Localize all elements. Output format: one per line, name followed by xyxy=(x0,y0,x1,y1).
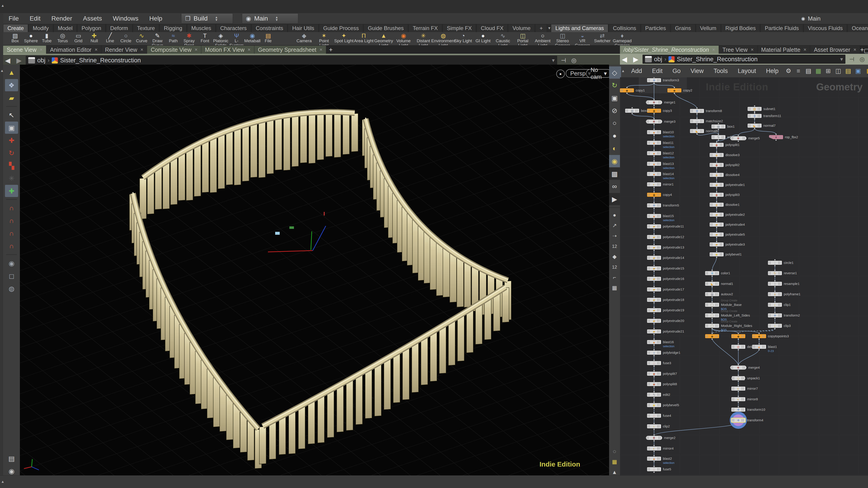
node-connector-dot[interactable] xyxy=(716,157,717,158)
node-connector-dot[interactable] xyxy=(774,318,775,319)
node-transform8[interactable]: ✚ xyxy=(690,109,704,113)
close-icon[interactable]: × xyxy=(40,47,43,53)
shelf-tab-collisions[interactable]: Collisions xyxy=(609,24,641,32)
node-transform2[interactable]: ✚ xyxy=(768,313,782,317)
node-polyframe1[interactable]: ∧ xyxy=(768,292,782,296)
node-connector-dot[interactable] xyxy=(758,333,760,334)
node-connector-dot[interactable] xyxy=(716,207,717,208)
node-connector-dot[interactable] xyxy=(696,118,698,119)
lock-camera-icon[interactable]: ▣ xyxy=(608,92,621,104)
shelf-tab-hair-utils[interactable]: Hair Utils xyxy=(288,24,318,32)
shelf-tool-null[interactable]: ✚Null xyxy=(86,32,102,45)
node-connector-dot[interactable] xyxy=(711,312,713,313)
menu-edit[interactable]: Edit xyxy=(24,13,46,24)
node-connector-dot[interactable] xyxy=(774,291,775,292)
shelf-tool-grid[interactable]: ▭Grid xyxy=(70,32,86,45)
node-copytopoints3[interactable]: ◆ xyxy=(752,334,766,338)
shelf-tab-terrain-fx[interactable]: Terrain FX xyxy=(408,24,442,32)
node-module-base[interactable]: ◯ xyxy=(705,303,719,307)
node-connector-dot[interactable] xyxy=(653,365,654,366)
node-polyextrude13[interactable]: ▰ xyxy=(647,245,661,249)
node-connector-dot[interactable] xyxy=(754,112,755,114)
node-connector-dot[interactable] xyxy=(653,218,654,219)
node-connector-dot[interactable] xyxy=(711,286,713,287)
node-merge2[interactable]: ✱ xyxy=(646,436,662,440)
node-mirror7[interactable]: ◐ xyxy=(731,387,745,391)
node-connector-dot[interactable] xyxy=(696,133,698,134)
pane-tab-scene-view[interactable]: Scene View× xyxy=(3,45,46,54)
point-normals-icon[interactable]: ↗ xyxy=(608,220,621,231)
pin-pane-icon[interactable]: ⊣ xyxy=(848,56,856,63)
node-blast16[interactable]: ▲ xyxy=(647,340,661,344)
node-connector-dot[interactable] xyxy=(653,202,654,203)
snap-magnet-icon[interactable]: ∩ xyxy=(5,240,18,252)
new-tab-button[interactable]: + xyxy=(326,45,335,54)
node-clip3[interactable]: ◗ xyxy=(768,324,782,328)
node-connector-dot[interactable] xyxy=(653,281,654,282)
handles-tool-icon[interactable]: ✚ xyxy=(5,185,18,197)
shelf-tab-create[interactable]: Create xyxy=(3,24,28,32)
node-connector-dot[interactable] xyxy=(653,239,654,240)
shelf-tool-point-light[interactable]: ✶Point Light xyxy=(314,32,334,45)
menu-file[interactable]: File xyxy=(3,13,24,24)
node-connector-dot[interactable] xyxy=(653,128,654,130)
shelf-tab-add-button[interactable]: + xyxy=(535,24,547,32)
node-connector-dot[interactable] xyxy=(653,312,654,313)
path-dropdown-icon[interactable]: ▾ xyxy=(840,56,843,62)
node-merge4[interactable]: ✱ xyxy=(730,366,746,370)
shelf-tool-box[interactable]: ▧Box xyxy=(7,32,23,45)
shelf-tab-volume[interactable]: Volume xyxy=(508,24,535,32)
render-region-icon[interactable]: ◻ xyxy=(5,270,18,282)
node-color1[interactable]: ❖ xyxy=(705,271,719,275)
node-connector-dot[interactable] xyxy=(653,412,654,413)
network-menu-edit[interactable]: Edit xyxy=(647,67,668,74)
node-polyextrude20[interactable]: ▰ xyxy=(647,319,661,323)
node-module-left-sides[interactable]: ◯ xyxy=(705,313,719,317)
network-editor[interactable]: Indie Edition Geometry ✚transform3◆copy1… xyxy=(620,77,868,475)
node-connector-dot[interactable] xyxy=(738,364,739,365)
node-connector-dot[interactable] xyxy=(738,406,739,407)
node-polyextrude1[interactable]: ▰ xyxy=(710,183,724,187)
shelf-tab-oceans[interactable]: Oceans xyxy=(847,24,868,32)
back-arrow-icon[interactable]: ◀ xyxy=(620,55,629,63)
desktop-selector[interactable]: ❒ Build ▲▼ xyxy=(181,13,233,24)
node-normal1[interactable]: ◣ xyxy=(705,282,719,286)
node-connector-dot[interactable] xyxy=(774,280,775,281)
shelf-tool-torus[interactable]: ◎Torus xyxy=(55,32,70,45)
node-connector-dot[interactable] xyxy=(754,122,755,123)
node-fuse4[interactable]: ∴ xyxy=(647,414,661,418)
node-connector-dot[interactable] xyxy=(711,275,713,277)
lights-off-icon[interactable]: ⊘ xyxy=(608,104,621,117)
path-context[interactable]: obj xyxy=(37,57,45,64)
stow-triangle-icon[interactable]: ▲ xyxy=(1,4,4,8)
node-connector-dot[interactable] xyxy=(653,323,654,324)
node-polyextrude15[interactable]: ▰ xyxy=(647,266,661,270)
node-connector-dot[interactable] xyxy=(775,140,776,141)
node-connector-dot[interactable] xyxy=(716,251,717,252)
node-connector-dot[interactable] xyxy=(711,328,713,329)
shelf-tool-stereo-camera[interactable]: ◫Stereo Camera xyxy=(553,32,572,45)
pane-tab-motion-fx-view[interactable]: Motion FX View× xyxy=(201,45,254,54)
node-connector-dot[interactable] xyxy=(754,111,755,112)
shelf-tool-gi-light[interactable]: ●GI Light xyxy=(473,32,493,45)
shelf-tool-gamepad-camera[interactable]: ♦Gamepad Camera xyxy=(612,32,632,45)
node-mirror1[interactable]: ◐ xyxy=(647,182,661,186)
node-connector-dot[interactable] xyxy=(738,338,739,340)
node-connector-dot[interactable] xyxy=(653,328,654,329)
shelf-tab-lights-and-cameras[interactable]: Lights and Cameras xyxy=(551,24,608,32)
node-polybridge1[interactable]: ◖ xyxy=(647,350,661,355)
node-fuse5[interactable]: ∴ xyxy=(647,467,661,471)
menu-render[interactable]: Render xyxy=(46,13,78,24)
node-transform3[interactable]: ✚ xyxy=(647,78,661,82)
node-unpack1[interactable]: ◇ xyxy=(731,376,745,380)
path-node-name[interactable]: Sister_Shrine_Reconstruction xyxy=(677,56,757,63)
node-connector-dot[interactable] xyxy=(653,451,654,452)
list-view-icon[interactable]: ▤ xyxy=(803,67,813,74)
node-reverse1[interactable]: ↻ xyxy=(768,271,782,275)
node-connector-dot[interactable] xyxy=(738,396,739,397)
node-connector-dot[interactable] xyxy=(653,223,654,224)
shelf-tool-line[interactable]: ╱Line xyxy=(102,32,118,45)
network-menu-view[interactable]: View xyxy=(685,67,709,74)
menu-windows[interactable]: Windows xyxy=(107,13,144,24)
node-connector-dot[interactable] xyxy=(716,237,717,238)
